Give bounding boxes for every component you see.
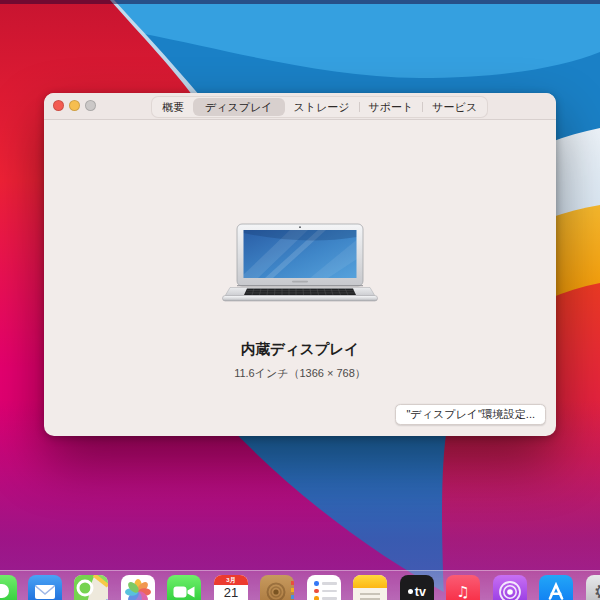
- notes-line: [360, 593, 380, 595]
- reminder-row: [314, 581, 337, 586]
- about-this-mac-window: 概要 ディスプレイ ストレージ サポート サービス: [44, 93, 556, 436]
- macbook-air-image: [220, 217, 380, 305]
- display-spec-label: 11.6インチ（1366 × 768）: [44, 366, 556, 381]
- pinwheel-icon: [121, 575, 155, 600]
- zoom-button: [85, 100, 96, 111]
- tv-label: tv: [415, 585, 427, 599]
- menu-bar: [0, 0, 600, 4]
- apple-logo-icon: [408, 589, 414, 595]
- dock-item-music[interactable]: ♫: [446, 575, 480, 600]
- dock-item-notes[interactable]: [353, 575, 387, 600]
- display-tab-content: 内蔵ディスプレイ 11.6インチ（1366 × 768） "ディスプレイ"環境設…: [44, 120, 556, 436]
- reminder-row: [314, 589, 337, 594]
- dock-item-messages[interactable]: [0, 575, 17, 600]
- dock-item-mail[interactable]: [28, 575, 62, 600]
- tab-storage[interactable]: ストレージ: [285, 98, 359, 116]
- gear-icon: ⚙: [586, 575, 600, 600]
- desktop: 概要 ディスプレイ ストレージ サポート サービス: [0, 0, 600, 600]
- dock-item-maps[interactable]: [74, 575, 108, 600]
- display-name-label: 内蔵ディスプレイ: [44, 340, 556, 359]
- music-note-icon: ♫: [446, 575, 480, 600]
- tab-service[interactable]: サービス: [423, 98, 486, 116]
- dock-item-contacts[interactable]: [260, 575, 294, 600]
- dock-item-calendar[interactable]: 3月 21: [214, 575, 248, 600]
- notes-header: [353, 575, 387, 588]
- window-titlebar[interactable]: 概要 ディスプレイ ストレージ サポート サービス: [44, 93, 556, 120]
- dock-item-photos[interactable]: [121, 575, 155, 600]
- dock: 3月 21 t: [0, 570, 600, 600]
- tab-support[interactable]: サポート: [360, 98, 423, 116]
- tab-overview[interactable]: 概要: [153, 98, 193, 116]
- reminder-row: [314, 596, 337, 600]
- contacts-book-icon: [260, 575, 294, 600]
- minimize-button[interactable]: [69, 100, 80, 111]
- dock-item-tv[interactable]: tv: [400, 575, 434, 600]
- dock-item-app-store[interactable]: [539, 575, 573, 600]
- dock-item-system-preferences[interactable]: ⚙: [586, 575, 600, 600]
- video-camera-icon: [167, 575, 201, 600]
- toolbar-tab-group: 概要 ディスプレイ ストレージ サポート サービス: [151, 96, 488, 118]
- speech-bubble-icon: [0, 584, 9, 598]
- dock-item-facetime[interactable]: [167, 575, 201, 600]
- dock-item-reminders[interactable]: [307, 575, 341, 600]
- close-button[interactable]: [53, 100, 64, 111]
- calendar-day-label: 21: [214, 585, 248, 600]
- tab-display[interactable]: ディスプレイ: [193, 98, 285, 116]
- notes-line: [360, 598, 380, 600]
- envelope-icon: [28, 575, 62, 600]
- traffic-lights: [53, 100, 96, 111]
- podcasts-rings-icon: [493, 575, 527, 600]
- app-store-a-icon: [539, 575, 573, 600]
- display-preferences-button[interactable]: "ディスプレイ"環境設定...: [395, 404, 546, 425]
- calendar-month-label: 3月: [214, 575, 248, 585]
- map-icon: [74, 575, 108, 600]
- dock-item-podcasts[interactable]: [493, 575, 527, 600]
- apple-tv-icon: tv: [400, 575, 434, 600]
